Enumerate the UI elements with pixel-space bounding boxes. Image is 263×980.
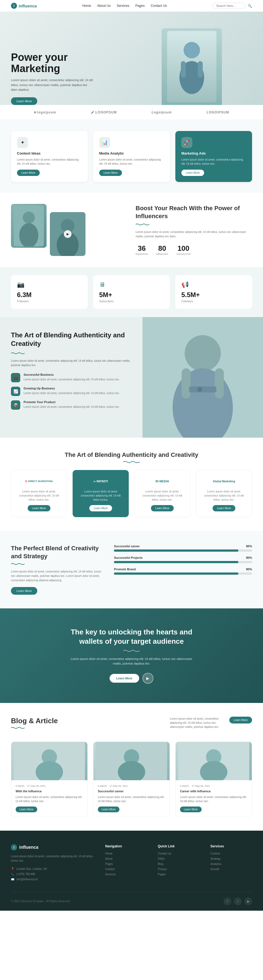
- brand-logo[interactable]: i influenca: [11, 3, 37, 9]
- footer-nav-services[interactable]: Services: [105, 873, 147, 876]
- partner-card-3[interactable]: Global Marketing Lorem ipsum dolor sit a…: [196, 470, 252, 517]
- social-stat-2: 📢 5.5M+ Followers: [175, 275, 252, 309]
- service-icon-0: ✦: [17, 137, 28, 148]
- blend-title: The Perfect Blend of Creativity and Stra…: [11, 544, 103, 560]
- partner-card-0[interactable]: D DIRECT MARKETING Lorem ipsum dolor sit…: [11, 470, 67, 517]
- blog-card-2: 6 March 17 May 09, 2021 Career with Infl…: [175, 741, 252, 817]
- svg-rect-14: [215, 368, 224, 398]
- footer-service-3[interactable]: Growth: [211, 868, 252, 871]
- cta-play-button[interactable]: ▶: [143, 673, 154, 684]
- footer-nav-contact[interactable]: Contact: [105, 868, 147, 871]
- cta-main-button[interactable]: Learn More: [109, 674, 139, 682]
- blog-card-btn-2[interactable]: Learn More: [180, 807, 202, 812]
- footer-top: i influenca Lorem ipsum dolor sit amet, …: [11, 844, 252, 881]
- svg-point-16: [197, 387, 202, 392]
- stat-num-0: 36: [136, 244, 148, 253]
- services-section: ✦ Content Ideas Lorem ipsum dolor sit am…: [0, 120, 263, 193]
- footer-col-quicklinks: Quick Link Contact Us FAQs Blog Privacy …: [158, 844, 200, 881]
- youtube-social-icon[interactable]: ▶: [244, 897, 252, 905]
- blog-card-btn-1[interactable]: Learn More: [98, 807, 119, 812]
- blog-date-0: 6 March: [16, 784, 25, 788]
- blend-stats: Successful career 90% Successful Project…: [114, 544, 252, 579]
- footer-service-2[interactable]: Analytics: [211, 862, 252, 865]
- footer-col-navigation: Navigation Home About Pages Contact Serv…: [105, 844, 147, 881]
- blog-section: Blog & Article Lorem ipsum dolor sit ame…: [0, 703, 263, 830]
- blog-post-text-1: Lorem ipsum dolor sit amet, consectetur …: [98, 795, 165, 803]
- progress-label-0: Successful career 90%: [114, 544, 252, 548]
- service-card-2: 🚀 Marketing Ads Lorem ipsum dolor sit am…: [175, 131, 252, 182]
- partner-btn-3[interactable]: Learn More: [212, 505, 235, 511]
- blog-header-btn[interactable]: Learn More: [229, 717, 252, 724]
- blending-item-text-0: Successful Business Lorem ipsum dolor si…: [24, 373, 120, 382]
- facebook-social-icon[interactable]: f: [223, 897, 231, 905]
- cta-title: The key to unlocking the hearts and wall…: [63, 628, 200, 646]
- blending-title: The Art of Blending Authenticity and Cre…: [11, 331, 132, 348]
- email-icon: ✉️: [11, 878, 14, 881]
- svg-point-0: [184, 42, 200, 58]
- cta-description: Lorem ipsum dolor sit amet, consectetur …: [70, 657, 193, 666]
- svg-rect-13: [182, 368, 191, 398]
- logo-2: 🎤 LOGOPSUM: [91, 110, 117, 114]
- logo-4: LOGOIPSUM: [207, 110, 229, 114]
- partner-card-1[interactable]: ∞ INFINITI Lorem ipsum dolor sit amet co…: [73, 470, 129, 517]
- footer-nav-about[interactable]: About: [105, 857, 147, 860]
- blend-cta-button[interactable]: Learn More: [11, 587, 37, 595]
- blog-post-title-2: Career with Influenca: [180, 789, 247, 793]
- footer-service-0[interactable]: Content: [211, 852, 252, 855]
- service-btn-0[interactable]: Learn More: [17, 170, 40, 176]
- search-input[interactable]: [212, 3, 246, 9]
- cta-buttons: Learn More ▶: [11, 673, 252, 684]
- footer-quick-4[interactable]: Pages: [158, 873, 200, 876]
- blog-card-btn-0[interactable]: Learn More: [16, 807, 37, 812]
- blending-section: The Art of Blending Authenticity and Cre…: [0, 317, 263, 438]
- logo-3: LogoIpsum: [152, 110, 172, 114]
- partner-desc-2: Lorem ipsum dolor sit amet, consectetur …: [139, 490, 186, 502]
- nav-pages[interactable]: Pages: [135, 4, 145, 8]
- footer-nav-home[interactable]: Home: [105, 852, 147, 855]
- blog-card-body-1: 6 March 17 May 09, 2021 Successful caree…: [93, 780, 170, 817]
- hero-person-image: [162, 28, 222, 105]
- blend-text: The Perfect Blend of Creativity and Stra…: [11, 544, 103, 595]
- blend-section: The Perfect Blend of Creativity and Stra…: [0, 531, 263, 608]
- search-icon[interactable]: 🔍: [248, 4, 252, 8]
- nav-search: 🔍: [212, 3, 252, 9]
- nav-about[interactable]: About Us: [97, 4, 111, 8]
- blog-post-text-2: Lorem ipsum dolor sit amet, consectetur …: [180, 795, 247, 803]
- twitter-social-icon[interactable]: t: [234, 897, 242, 905]
- blending-image: [143, 317, 263, 438]
- blog-meta-2: 6 March 17 May 09, 2021: [180, 784, 247, 788]
- partner-btn-1[interactable]: Learn More: [89, 505, 112, 511]
- footer-service-1[interactable]: Strategy: [211, 857, 252, 860]
- footer-logo: i influenca: [11, 844, 94, 850]
- footer-address: 📍 London Eye, London, UK: [11, 867, 94, 870]
- partner-btn-2[interactable]: Learn More: [151, 505, 174, 511]
- footer-nav-pages[interactable]: Pages: [105, 862, 147, 865]
- service-icon-1: 📊: [99, 137, 110, 148]
- blog-wave: [11, 727, 25, 729]
- footer-quick-2[interactable]: Blog: [158, 862, 200, 865]
- blending-icon-0: 💼: [11, 373, 20, 382]
- stat-1: 80 Influencers: [156, 244, 168, 255]
- social-stat-1: 🖥 5M+ Subscribers: [93, 275, 170, 309]
- blending-item-2: 📦 Promote Your Product Lorem ipsum dolor…: [11, 400, 132, 410]
- stat-label-1: Influencers: [156, 253, 168, 255]
- nav-services[interactable]: Services: [117, 4, 129, 8]
- nav-contact[interactable]: Contact Us: [151, 4, 167, 8]
- social-stats-section: 📷 6.3M Followers 🖥 5M+ Subscribers 📢 5.5…: [0, 267, 263, 317]
- blog-date2-1: 17 May 09, 2021: [109, 784, 128, 788]
- footer-quick-list: Contact Us FAQs Blog Privacy Pages: [158, 852, 200, 876]
- footer-email: ✉️ info@influenca.id: [11, 878, 94, 881]
- partner-btn-0[interactable]: Learn More: [28, 505, 51, 511]
- nav-home[interactable]: Home: [82, 4, 91, 8]
- footer-quick-3[interactable]: Privacy: [158, 868, 200, 871]
- partner-card-2[interactable]: IN MEDIA Lorem ipsum dolor sit amet, con…: [134, 470, 190, 517]
- blog-card-body-0: 6 March 17 May 09, 2021 With the Influen…: [11, 780, 87, 817]
- play-icon[interactable]: ▶: [64, 230, 71, 238]
- hero-cta-button[interactable]: Learn More: [11, 97, 37, 105]
- footer-quick-1[interactable]: FAQs: [158, 857, 200, 860]
- service-btn-2[interactable]: Learn More: [181, 170, 204, 176]
- blending-person-svg: [143, 317, 263, 438]
- blending-item-0: 💼 Successful Business Lorem ipsum dolor …: [11, 373, 132, 382]
- footer-quick-0[interactable]: Contact Us: [158, 852, 200, 855]
- service-btn-1[interactable]: Learn More: [99, 170, 122, 176]
